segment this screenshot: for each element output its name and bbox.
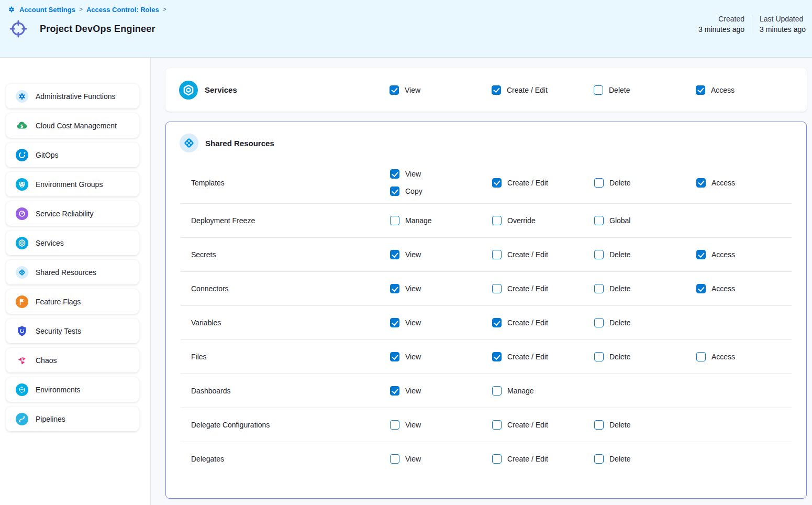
permission-view[interactable]: View — [390, 169, 492, 179]
checkbox-checked-icon[interactable] — [492, 178, 502, 188]
permission-access[interactable]: Access — [696, 284, 792, 293]
permission-delete[interactable]: Delete — [594, 178, 696, 188]
permission-label: Access — [711, 284, 735, 293]
permission-view[interactable]: View — [390, 454, 492, 464]
checkbox-unchecked-icon[interactable] — [696, 352, 706, 361]
checkbox-checked-icon[interactable] — [492, 352, 502, 361]
checkbox-unchecked-icon[interactable] — [390, 216, 399, 225]
permission-global[interactable]: Global — [594, 216, 696, 225]
permission-access[interactable]: Access — [696, 85, 807, 95]
checkbox-checked-icon[interactable] — [390, 85, 399, 95]
checkbox-unchecked-icon[interactable] — [594, 454, 604, 464]
permission-create-edit[interactable]: Create / Edit — [492, 178, 594, 188]
permission-view[interactable]: View — [390, 352, 492, 361]
checkbox-unchecked-icon[interactable] — [594, 284, 604, 293]
permission-cell — [594, 383, 696, 398]
sidebar-item-administrative-functions[interactable]: Administrative Functions — [6, 84, 139, 108]
checkbox-checked-icon[interactable] — [696, 250, 706, 259]
shared-resources-rows: TemplatesViewCopyCreate / EditDeleteAcce… — [181, 162, 792, 476]
permission-view[interactable]: View — [390, 420, 492, 430]
checkbox-checked-icon[interactable] — [390, 250, 399, 259]
checkbox-unchecked-icon[interactable] — [594, 318, 604, 327]
sidebar-item-services[interactable]: Services — [6, 230, 139, 255]
permission-view[interactable]: View — [390, 318, 492, 327]
checkbox-unchecked-icon[interactable] — [594, 250, 604, 259]
checkbox-unchecked-icon[interactable] — [594, 352, 604, 361]
permission-delete[interactable]: Delete — [594, 454, 696, 464]
permission-view[interactable]: View — [390, 250, 492, 259]
resource-row-dashboards: DashboardsViewManage — [181, 374, 792, 408]
checkbox-checked-icon[interactable] — [390, 169, 399, 179]
permission-cell: Delete — [594, 345, 696, 369]
breadcrumb: Account Settings > Access Control: Roles… — [7, 5, 805, 14]
permission-cell: Access — [696, 277, 792, 301]
permission-view[interactable]: View — [390, 386, 492, 396]
sidebar-item-gitops[interactable]: GitOps — [6, 142, 139, 167]
sidebar-item-chaos[interactable]: Chaos — [6, 348, 139, 372]
permission-label: Manage — [507, 387, 534, 395]
checkbox-unchecked-icon[interactable] — [390, 420, 399, 430]
permission-cell: Create / Edit — [492, 447, 594, 471]
permission-cell: Global — [594, 208, 696, 233]
sidebar-item-feature-flags[interactable]: Feature Flags — [6, 289, 139, 314]
checkbox-checked-icon[interactable] — [696, 85, 705, 95]
permission-create-edit[interactable]: Create / Edit — [492, 352, 594, 361]
checkbox-unchecked-icon[interactable] — [594, 178, 604, 188]
checkbox-unchecked-icon[interactable] — [390, 454, 399, 464]
sidebar-item-cloud-cost-management[interactable]: $Cloud Cost Management — [6, 113, 139, 138]
checkbox-unchecked-icon[interactable] — [492, 420, 502, 430]
checkbox-checked-icon[interactable] — [492, 318, 502, 327]
sidebar-item-environment-groups[interactable]: Environment Groups — [6, 172, 139, 196]
permission-label: Delete — [609, 319, 630, 327]
sidebar-item-pipelines[interactable]: Pipelines — [6, 407, 139, 431]
checkbox-unchecked-icon[interactable] — [594, 85, 603, 95]
checkbox-unchecked-icon[interactable] — [492, 250, 502, 259]
checkbox-checked-icon[interactable] — [696, 178, 706, 188]
breadcrumb-link-access-control-roles[interactable]: Access Control: Roles — [86, 6, 159, 14]
sidebar-item-shared-resources[interactable]: Shared Resources — [6, 260, 139, 284]
permission-create-edit[interactable]: Create / Edit — [492, 454, 594, 464]
permission-cell: Delete — [594, 413, 696, 437]
sidebar-item-service-reliability[interactable]: Service Reliability — [6, 201, 139, 226]
permission-delete[interactable]: Delete — [594, 420, 696, 430]
checkbox-checked-icon[interactable] — [492, 85, 501, 95]
checkbox-checked-icon[interactable] — [390, 186, 399, 196]
permission-create-edit[interactable]: Create / Edit — [492, 85, 594, 95]
permission-manage[interactable]: Manage — [492, 386, 594, 396]
checkbox-unchecked-icon[interactable] — [594, 216, 604, 225]
permission-access[interactable]: Access — [696, 250, 792, 259]
checkbox-checked-icon[interactable] — [390, 284, 399, 293]
checkbox-checked-icon[interactable] — [390, 318, 399, 327]
permission-delete[interactable]: Delete — [594, 318, 696, 327]
permission-view[interactable]: View — [390, 284, 492, 293]
permission-delete[interactable]: Delete — [594, 250, 696, 259]
sidebar-item-security-tests[interactable]: Security Tests — [6, 319, 139, 343]
sidebar-item-environments[interactable]: Environments — [6, 377, 139, 402]
permission-delete[interactable]: Delete — [594, 352, 696, 361]
permission-copy[interactable]: Copy — [390, 186, 492, 196]
checkbox-unchecked-icon[interactable] — [492, 216, 502, 225]
checkbox-unchecked-icon[interactable] — [492, 454, 502, 464]
checkbox-unchecked-icon[interactable] — [492, 386, 502, 396]
permission-manage[interactable]: Manage — [390, 216, 492, 225]
resource-label: Secrets — [191, 250, 390, 259]
permission-view[interactable]: View — [390, 85, 492, 95]
created-value: 3 minutes ago — [698, 25, 744, 34]
checkbox-checked-icon[interactable] — [390, 386, 399, 396]
checkbox-unchecked-icon[interactable] — [492, 284, 502, 293]
permission-create-edit[interactable]: Create / Edit — [492, 420, 594, 430]
permission-create-edit[interactable]: Create / Edit — [492, 250, 594, 259]
sidebar-item-label: Cloud Cost Management — [36, 122, 117, 130]
permission-create-edit[interactable]: Create / Edit — [492, 284, 594, 293]
permission-delete[interactable]: Delete — [594, 284, 696, 293]
breadcrumb-link-account-settings[interactable]: Account Settings — [19, 6, 75, 14]
permission-cell: Create / Edit — [492, 311, 594, 335]
checkbox-checked-icon[interactable] — [696, 284, 706, 293]
permission-access[interactable]: Access — [696, 178, 792, 188]
checkbox-unchecked-icon[interactable] — [594, 420, 604, 430]
permission-access[interactable]: Access — [696, 352, 792, 361]
permission-delete[interactable]: Delete — [594, 85, 696, 95]
checkbox-checked-icon[interactable] — [390, 352, 399, 361]
permission-create-edit[interactable]: Create / Edit — [492, 318, 594, 327]
permission-override[interactable]: Override — [492, 216, 594, 225]
